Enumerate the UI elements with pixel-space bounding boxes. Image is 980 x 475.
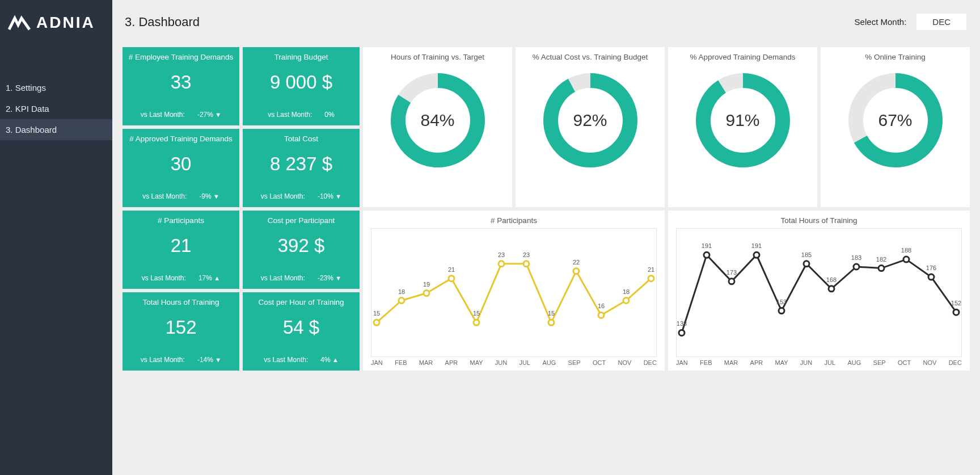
donut-title: % Approved Training Demands (690, 53, 795, 63)
line-chart-participants: # Participants 151819211523231522161821 … (363, 211, 665, 371)
kpi-title: # Employee Training Demands (129, 53, 234, 61)
svg-text:21: 21 (448, 266, 455, 273)
svg-text:191: 191 (751, 242, 762, 249)
kpi-delta: 17% (198, 274, 212, 282)
chart-plot: 151819211523231522161821 (369, 228, 659, 357)
svg-point-32 (679, 330, 685, 335)
donut-title: % Online Training (865, 53, 926, 63)
triangle-up-icon: ▲ (214, 275, 220, 281)
kpi-footer: vs Last Month: -9% ▼ (122, 192, 239, 200)
sidebar-item-kpi-data[interactable]: 2. KPI Data (0, 98, 112, 119)
svg-text:168: 168 (826, 276, 837, 283)
kpi-footer: vs Last Month: 0% (243, 111, 360, 119)
donut-online-training: % Online Training 67% (821, 47, 970, 207)
svg-text:21: 21 (648, 266, 654, 273)
donut-hours-vs-target: Hours of Training vs. Target 84% (363, 47, 512, 207)
svg-point-22 (548, 320, 554, 325)
svg-point-42 (804, 261, 809, 267)
kpi-vs-label: vs Last Month: (141, 356, 185, 364)
svg-point-28 (623, 298, 629, 304)
page-title: 3. Dashboard (125, 15, 200, 30)
donut-title: % Actual Cost vs. Training Budget (533, 53, 648, 63)
svg-point-12 (424, 291, 429, 296)
svg-text:15: 15 (473, 310, 480, 317)
topbar: 3. Dashboard Select Month: DEC (122, 8, 970, 47)
kpi-vs-label: vs Last Month: (142, 192, 187, 200)
donut-percent: 84% (390, 72, 486, 169)
kpi-vs-label: vs Last Month: (268, 111, 312, 119)
svg-text:19: 19 (423, 281, 430, 288)
svg-point-14 (449, 276, 454, 281)
kpi-employee-training-demands: # Employee Training Demands 33 vs Last M… (122, 47, 239, 125)
svg-text:191: 191 (702, 242, 712, 249)
sidebar-nav: 1. Settings 2. KPI Data 3. Dashboard (0, 49, 112, 140)
sidebar-item-settings[interactable]: 1. Settings (0, 77, 112, 98)
kpi-footer: vs Last Month: 17% ▲ (122, 274, 239, 282)
kpi-footer: vs Last Month: 4% ▲ (243, 356, 360, 364)
brand-name: ADNIA (36, 14, 95, 32)
svg-text:16: 16 (598, 302, 605, 309)
kpi-cost-per-hour-training: Cost per Hour of Training 54 $ vs Last M… (243, 292, 360, 371)
svg-text:138: 138 (677, 320, 687, 327)
donut-percent: 91% (695, 72, 791, 169)
dashboard-grid: # Employee Training Demands 33 vs Last M… (122, 47, 970, 371)
main-content: 3. Dashboard Select Month: DEC # Employe… (112, 0, 980, 475)
donut-chart: 91% (695, 72, 791, 169)
kpi-vs-label: vs Last Month: (142, 274, 186, 282)
chart-title: # Participants (369, 216, 659, 225)
svg-text:182: 182 (876, 256, 886, 263)
svg-text:23: 23 (498, 251, 505, 258)
line-chart-total-hours: Total Hours of Training 1381911731911531… (668, 211, 970, 371)
kpi-value: 8 237 $ (270, 153, 332, 175)
kpi-participants: # Participants 21 vs Last Month: 17% ▲ (122, 211, 239, 289)
svg-text:185: 185 (801, 251, 812, 258)
svg-point-44 (829, 286, 834, 292)
kpi-value: 54 $ (283, 317, 319, 338)
svg-point-46 (854, 264, 859, 270)
kpi-value: 21 (171, 235, 192, 257)
donut-percent: 92% (542, 72, 639, 169)
svg-point-38 (754, 252, 759, 258)
triangle-down-icon: ▼ (335, 193, 341, 200)
svg-text:153: 153 (776, 299, 787, 305)
svg-point-30 (648, 276, 654, 281)
kpi-delta: 4% (320, 356, 330, 364)
kpi-title: # Approved Training Demands (129, 134, 233, 143)
donut-percent: 67% (847, 72, 944, 169)
month-value[interactable]: DEC (916, 14, 966, 30)
kpi-value: 392 $ (278, 235, 325, 257)
svg-text:152: 152 (951, 300, 961, 306)
kpi-title: Cost per Participant (268, 216, 335, 225)
kpi-delta: -23% (318, 274, 333, 282)
svg-text:15: 15 (373, 310, 380, 317)
kpi-title: Total Hours of Training (142, 298, 219, 306)
svg-point-54 (953, 309, 959, 315)
kpi-value: 30 (171, 153, 192, 175)
kpi-total-cost: Total Cost 8 237 $ vs Last Month: -10% ▼ (243, 129, 360, 207)
kpi-training-budget: Training Budget 9 000 $ vs Last Month: 0… (243, 47, 360, 125)
kpi-vs-label: vs Last Month: (264, 356, 308, 364)
svg-text:18: 18 (623, 288, 630, 295)
svg-point-8 (374, 320, 379, 325)
kpi-delta: -9% (199, 192, 211, 200)
kpi-footer: vs Last Month: -27% ▼ (122, 111, 239, 119)
svg-point-48 (878, 266, 884, 271)
line-chart-row: # Participants 151819211523231522161821 … (363, 211, 970, 371)
sidebar-item-dashboard[interactable]: 3. Dashboard (0, 119, 112, 140)
logo-icon (8, 15, 31, 31)
svg-text:23: 23 (523, 251, 530, 258)
svg-point-10 (399, 298, 404, 304)
svg-point-36 (729, 279, 734, 284)
kpi-footer: vs Last Month: -10% ▼ (243, 192, 360, 200)
kpi-vs-label: vs Last Month: (261, 192, 305, 200)
triangle-up-icon: ▲ (332, 356, 339, 363)
donut-title: Hours of Training vs. Target (391, 53, 484, 63)
triangle-down-icon: ▼ (215, 356, 221, 363)
triangle-down-icon: ▼ (213, 193, 219, 200)
svg-point-24 (573, 268, 579, 274)
kpi-footer: vs Last Month: -14% ▼ (122, 356, 239, 364)
triangle-down-icon: ▼ (215, 111, 221, 118)
kpi-vs-label: vs Last Month: (141, 111, 185, 119)
svg-point-20 (523, 261, 529, 267)
sidebar: ADNIA 1. Settings 2. KPI Data 3. Dashboa… (0, 0, 112, 475)
